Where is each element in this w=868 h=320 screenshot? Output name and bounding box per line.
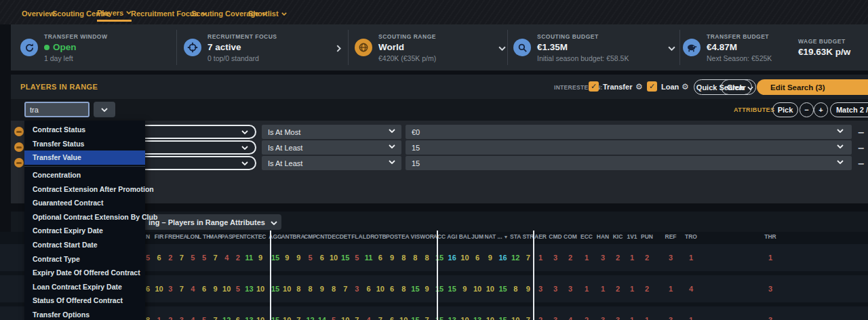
card-sub: Next Season: €525K [707, 54, 772, 62]
filter-value: 15 [412, 159, 420, 167]
transfer-checkbox-label: Transfer [603, 83, 632, 91]
view-selector-label: ing – Players in Range Attributes [149, 218, 265, 226]
filter-condition-select[interactable]: Is At Least [262, 140, 401, 155]
dropdown-item[interactable]: Optional Contract Extension By Club [24, 210, 145, 224]
dropdown-item[interactable]: Contract Extension After Promotion [24, 182, 145, 196]
filter-value-field[interactable]: €0 [406, 125, 852, 139]
card-label: TRANSFER BUDGET [707, 33, 772, 40]
column-header-tro[interactable]: TRO [681, 233, 701, 240]
condition-label: Is At Least [268, 159, 302, 167]
filter-condition-icon [14, 142, 24, 152]
attribute-value: 1 [637, 306, 657, 320]
divider [679, 30, 680, 65]
attribute-value: 1 [660, 275, 681, 302]
nav-tab-label: Players [97, 9, 123, 17]
transfer-window-status: Open [44, 42, 107, 52]
dropdown-item[interactable]: Concentration [24, 168, 145, 182]
filter-value: 15 [412, 144, 420, 152]
attribute-value: 3 [660, 244, 681, 271]
dropdown-item[interactable]: Transfer Status [24, 137, 145, 151]
attribute-value: 4 [681, 275, 701, 302]
remove-filter-button[interactable]: − [856, 158, 867, 169]
match-count-button[interactable]: Match 2 / 2 [830, 102, 868, 117]
edit-search-label: Edit Search (3) [770, 83, 825, 92]
chevron-down-icon [389, 144, 395, 148]
recruitment-focus-value: 7 active [208, 42, 277, 52]
group-separator [533, 231, 534, 320]
card-label: SCOUTING BUDGET [537, 33, 629, 40]
dropdown-item[interactable]: Contract Type [24, 252, 145, 266]
dropdown-item[interactable]: Contract Status [24, 123, 145, 137]
dropdown-item[interactable]: Transfer Options [24, 308, 145, 320]
chevron-down-icon [271, 218, 277, 226]
filter-search-input[interactable] [24, 102, 90, 117]
chevron-down-icon [389, 129, 395, 133]
chevron-down-icon[interactable] [668, 46, 675, 51]
wage-budget-value: €19.63K p/w [798, 47, 850, 57]
transfer-checkbox[interactable]: ✓ [589, 81, 599, 92]
filter-condition-icon [14, 127, 24, 136]
decrease-button[interactable]: − [800, 102, 814, 117]
loan-gear-icon[interactable]: ⚙ [682, 82, 689, 92]
clear-label: Clear [727, 83, 746, 92]
column-header-pun[interactable]: PUN [637, 233, 657, 240]
chevron-down-icon [281, 12, 287, 16]
group-separator [270, 231, 271, 320]
nav-tab-label: Recruitment Focus [131, 9, 199, 18]
edit-search-button[interactable]: Edit Search (3) [757, 79, 868, 95]
nav-tab-players[interactable]: Players [97, 5, 132, 22]
card-sub: €420K (€35K p/m) [378, 54, 436, 62]
condition-label: Is At Most [268, 128, 300, 136]
transfer-gear-icon[interactable]: ⚙ [635, 82, 643, 92]
status-dot [44, 45, 50, 50]
search-dropdown-button[interactable] [94, 102, 115, 117]
column-header-thr[interactable]: THR [760, 233, 781, 240]
nav-tab-label: Shortlist [248, 9, 279, 18]
filter-condition-select[interactable]: Is At Most [262, 125, 401, 139]
pick-attributes-button[interactable]: Pick [772, 102, 798, 117]
scouting-budget-card[interactable]: SCOUTING BUDGET €1.35M Initial season bu… [513, 24, 629, 71]
dropdown-item[interactable]: Loan Contract Expiry Date [24, 280, 145, 294]
divider [24, 166, 145, 167]
attributes-label: ATTRIBUTES [734, 106, 774, 113]
scouting-range-card[interactable]: SCOUTING RANGE World €420K (€35K p/m) [355, 24, 436, 71]
transfer-budget-value: €4.87M [707, 42, 772, 52]
divider [176, 30, 177, 65]
dropdown-item-selected[interactable]: Transfer Value [24, 151, 145, 165]
condition-label: Is At Least [268, 144, 302, 152]
clear-button[interactable]: Clear [721, 79, 752, 95]
dropdown-item[interactable]: Status Of Offered Contract [24, 294, 145, 308]
chevron-down-icon [837, 129, 844, 133]
filter-value-field[interactable]: 15 [406, 140, 852, 155]
loan-checkbox[interactable]: ✓ [647, 81, 657, 92]
recruitment-focus-card[interactable]: RECRUITMENT FOCUS 7 active 0 top/0 stand… [184, 24, 277, 71]
attribute-value: 3 [660, 306, 681, 320]
chevron-down-icon [241, 146, 248, 150]
remove-filter-button[interactable]: − [856, 127, 867, 138]
dropdown-item[interactable]: Contract Expiry Date [24, 224, 145, 238]
column-header-ref[interactable]: REF [660, 233, 681, 240]
nav-tab-shortlist[interactable]: Shortlist [248, 5, 287, 22]
filter-value-field[interactable]: 15 [406, 156, 852, 170]
dropdown-item[interactable]: Expiry Date Of Offered Contract [24, 266, 145, 280]
attribute-value: 1 [681, 244, 701, 271]
transfer-window-icon [20, 39, 38, 56]
dropdown-item[interactable]: Guaranteed Contract [24, 196, 145, 210]
chevron-right-icon[interactable] [336, 45, 341, 52]
nav-tab-label: Overview [22, 9, 55, 18]
wage-budget-card: WAGE BUDGET €19.63K p/w [798, 24, 850, 71]
nav-tab-overview[interactable]: Overview [22, 5, 55, 22]
scouting-budget-value: €1.35M [537, 42, 629, 52]
transfer-window-card: TRANSFER WINDOW Open 1 day left [20, 24, 107, 71]
filter-value: €0 [412, 128, 420, 136]
chevron-down-icon[interactable] [498, 46, 506, 51]
dropdown-item[interactable]: Contract Start Date [24, 238, 145, 252]
magnifier-icon [513, 39, 531, 56]
divider [507, 30, 508, 65]
recruitment-focus-icon [184, 39, 201, 56]
filter-condition-select[interactable]: Is At Least [262, 156, 401, 170]
card-label: WAGE BUDGET [798, 38, 850, 45]
increase-button[interactable]: + [814, 102, 828, 117]
chevron-down-icon [837, 144, 844, 148]
remove-filter-button[interactable]: − [856, 142, 867, 153]
